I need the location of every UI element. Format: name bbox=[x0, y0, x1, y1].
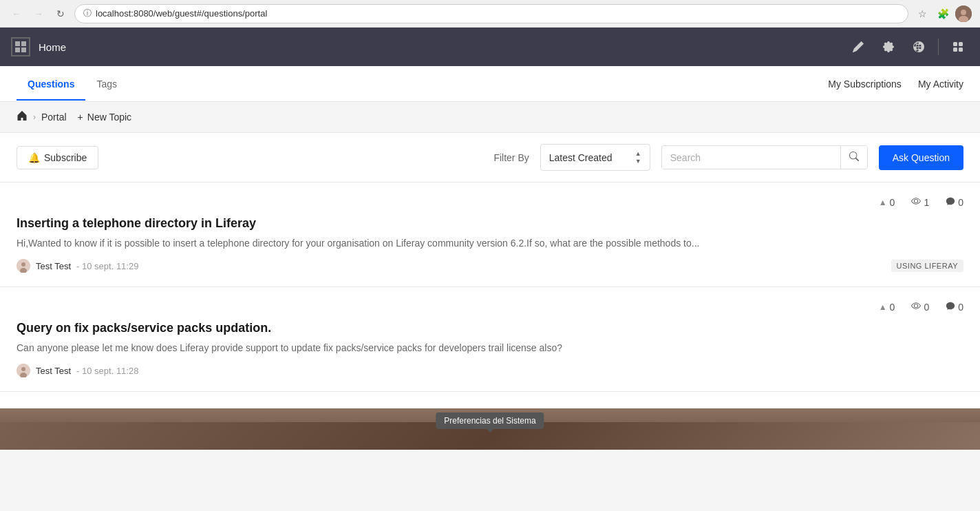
author-name: Test Test bbox=[36, 366, 71, 376]
votes-stat: ▲ 0 bbox=[879, 197, 895, 208]
svg-rect-5 bbox=[15, 48, 20, 52]
author-avatar bbox=[17, 364, 30, 377]
home-link[interactable]: Home bbox=[39, 41, 66, 53]
question-title[interactable]: Inserting a telephone directory in Lifer… bbox=[17, 216, 963, 231]
sub-navigation: Questions Tags My Subscriptions My Activ… bbox=[0, 66, 980, 102]
comment-icon bbox=[946, 196, 955, 208]
votes-count: 0 bbox=[890, 197, 895, 208]
svg-rect-6 bbox=[21, 48, 26, 52]
svg-rect-4 bbox=[21, 41, 26, 46]
filter-select[interactable]: Latest Created ▲ ▼ bbox=[540, 144, 650, 171]
plus-icon: + bbox=[78, 112, 83, 123]
question-item: ▲ 0 0 bbox=[0, 287, 980, 392]
question-excerpt: Hi,Wanted to know if it is possible to i… bbox=[17, 236, 963, 251]
question-author: Test Test - 10 sept. 11:29 bbox=[17, 259, 138, 273]
eye-icon bbox=[911, 301, 921, 313]
nav-actions: My Subscriptions My Activity bbox=[828, 79, 963, 90]
comments-count: 0 bbox=[958, 302, 963, 313]
system-preferences-tooltip: Preferencias del Sistema bbox=[436, 413, 544, 429]
author-name: Test Test bbox=[36, 261, 71, 271]
nav-tabs: Questions Tags bbox=[17, 67, 828, 101]
forward-button[interactable]: → bbox=[30, 6, 47, 22]
question-date: - 10 sept. 11:28 bbox=[76, 366, 138, 376]
comments-stat: 0 bbox=[946, 196, 963, 208]
ask-question-button[interactable]: Ask Question bbox=[879, 145, 963, 170]
svg-point-1 bbox=[961, 10, 966, 15]
question-footer: Test Test - 10 sept. 11:29 USING LIFERAY bbox=[17, 259, 963, 273]
comment-icon bbox=[946, 301, 955, 313]
profile-button[interactable] bbox=[955, 6, 972, 22]
comments-stat: 0 bbox=[946, 301, 963, 313]
svg-rect-3 bbox=[15, 41, 20, 46]
grid-icon-button[interactable] bbox=[947, 36, 969, 58]
comments-count: 0 bbox=[958, 197, 963, 208]
my-activity-link[interactable]: My Activity bbox=[918, 79, 963, 90]
views-stat: 0 bbox=[911, 301, 929, 313]
votes-stat: ▲ 0 bbox=[879, 302, 895, 313]
back-button[interactable]: ← bbox=[8, 6, 25, 22]
browser-actions: ☆ 🧩 bbox=[914, 6, 972, 22]
upvote-icon: ▲ bbox=[879, 302, 887, 312]
footer-area: Preferencias del Sistema bbox=[0, 408, 980, 450]
new-topic-label: New Topic bbox=[87, 112, 131, 123]
top-navbar: Home bbox=[0, 28, 980, 66]
views-stat: 1 bbox=[911, 196, 929, 208]
app-logo[interactable] bbox=[11, 37, 30, 56]
home-breadcrumb-icon[interactable] bbox=[17, 110, 28, 124]
question-excerpt: Can anyone please let me know does Lifer… bbox=[17, 341, 963, 355]
question-tag[interactable]: USING LIFERAY bbox=[891, 260, 963, 272]
browser-chrome: ← → ↻ ⓘ localhost:8080/web/guest#/questi… bbox=[0, 0, 980, 28]
filter-selected-value: Latest Created bbox=[549, 152, 632, 163]
globe-icon-button[interactable] bbox=[908, 36, 930, 58]
address-bar[interactable]: ⓘ localhost:8080/web/guest#/questions/po… bbox=[74, 4, 908, 23]
question-footer: Test Test - 10 sept. 11:28 bbox=[17, 364, 963, 377]
lock-icon: ⓘ bbox=[83, 8, 92, 19]
sort-arrows-icon: ▲ ▼ bbox=[635, 150, 641, 165]
votes-count: 0 bbox=[890, 302, 895, 313]
extensions-button[interactable]: 🧩 bbox=[935, 6, 951, 22]
views-count: 0 bbox=[924, 302, 929, 313]
new-topic-button[interactable]: + New Topic bbox=[78, 112, 132, 123]
question-title[interactable]: Query on fix packs/service packs updatio… bbox=[17, 321, 963, 335]
navbar-divider bbox=[938, 39, 939, 55]
question-meta-top: ▲ 0 0 bbox=[17, 301, 963, 313]
questions-list: ▲ 0 1 bbox=[0, 182, 980, 392]
tab-tags[interactable]: Tags bbox=[85, 67, 128, 101]
my-subscriptions-link[interactable]: My Subscriptions bbox=[828, 79, 902, 90]
edit-icon-button[interactable] bbox=[847, 36, 869, 58]
search-button[interactable] bbox=[840, 146, 867, 169]
subscribe-label: Subscribe bbox=[44, 152, 87, 163]
views-count: 1 bbox=[924, 197, 929, 208]
bell-icon: 🔔 bbox=[28, 152, 40, 163]
tab-questions[interactable]: Questions bbox=[17, 67, 85, 101]
filter-bar: 🔔 Subscribe Filter By Latest Created ▲ ▼… bbox=[0, 133, 980, 182]
url-text: localhost:8080/web/guest#/questions/port… bbox=[96, 8, 899, 19]
question-author: Test Test - 10 sept. 11:28 bbox=[17, 364, 138, 377]
author-avatar bbox=[17, 259, 30, 273]
svg-point-8 bbox=[21, 262, 25, 267]
question-item: ▲ 0 1 bbox=[0, 182, 980, 287]
reload-button[interactable]: ↻ bbox=[52, 6, 69, 22]
breadcrumb-portal[interactable]: Portal bbox=[41, 112, 67, 123]
question-meta-top: ▲ 0 1 bbox=[17, 196, 963, 208]
search-box bbox=[661, 145, 868, 169]
breadcrumb-bar: › Portal + New Topic bbox=[0, 102, 980, 133]
settings-icon-button[interactable] bbox=[877, 36, 899, 58]
bookmark-star-button[interactable]: ☆ bbox=[914, 6, 930, 22]
eye-icon bbox=[911, 196, 921, 208]
main-content: 🔔 Subscribe Filter By Latest Created ▲ ▼… bbox=[0, 133, 980, 408]
upvote-icon: ▲ bbox=[879, 198, 887, 207]
filter-by-label: Filter By bbox=[493, 152, 529, 163]
question-date: - 10 sept. 11:29 bbox=[76, 261, 138, 271]
subscribe-button[interactable]: 🔔 Subscribe bbox=[17, 146, 98, 169]
breadcrumb-chevron: › bbox=[33, 112, 36, 122]
user-avatar bbox=[955, 6, 972, 22]
svg-point-11 bbox=[21, 367, 25, 371]
search-input[interactable] bbox=[662, 147, 840, 169]
